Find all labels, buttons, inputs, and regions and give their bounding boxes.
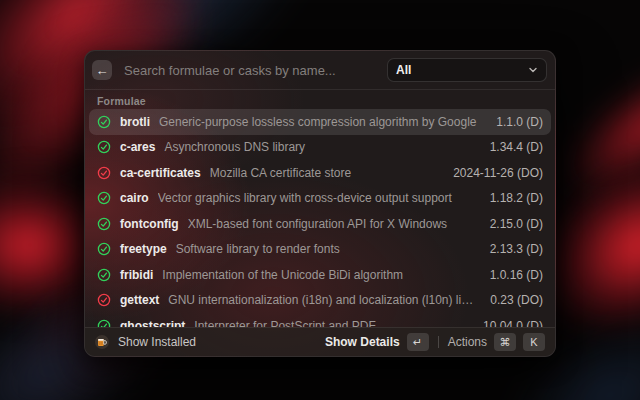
formula-description: Software library to render fonts (176, 242, 473, 256)
check-circle-icon (97, 319, 111, 327)
check-circle-icon (97, 166, 111, 180)
list-item[interactable]: fontconfigXML-based font configuration A… (89, 211, 551, 237)
filter-selected-value: All (396, 63, 528, 77)
show-details-button[interactable]: Show Details (325, 335, 400, 349)
search-bar: ← All (85, 51, 555, 90)
chevron-down-icon (528, 65, 538, 75)
formula-version: 2.15.0 (D) (490, 217, 543, 231)
formula-name: gettext (120, 293, 159, 307)
desktop: { "colors": { "green": "#31d15b", "red":… (0, 0, 640, 400)
rows-container: brotliGeneric-purpose lossless compressi… (85, 109, 555, 327)
formula-version: 1.0.16 (D) (490, 268, 543, 282)
list-item[interactable]: c-aresAsynchronous DNS library1.34.4 (D) (89, 135, 551, 161)
search-input[interactable] (122, 62, 387, 79)
check-circle-icon (97, 191, 111, 205)
formula-version: 2024-11-26 (DO) (453, 166, 543, 180)
formula-name: c-ares (120, 140, 155, 154)
list-item[interactable]: gettextGNU internationalization (i18n) a… (89, 288, 551, 314)
formula-description: Generic-purpose lossless compression alg… (159, 115, 479, 129)
list-item[interactable]: freetypeSoftware library to render fonts… (89, 237, 551, 263)
formula-name: cairo (120, 191, 149, 205)
list-item[interactable]: ghostscriptInterpreter for PostScript an… (89, 313, 551, 327)
formula-version: 0.23 (DO) (490, 293, 543, 307)
formula-name: brotli (120, 115, 150, 129)
check-circle-icon (97, 115, 111, 129)
formula-version: 1.1.0 (D) (496, 115, 543, 129)
command-key-badge: ⌘ (494, 333, 516, 351)
homebrew-beer-icon (95, 335, 109, 349)
formula-description: Asynchronous DNS library (164, 140, 472, 154)
check-circle-icon (97, 293, 111, 307)
formula-name: fontconfig (120, 217, 179, 231)
results-list: Formulae brotliGeneric-purpose lossless … (85, 89, 555, 327)
launcher-window: ← All Formulae brotliGeneric-purpose los… (84, 50, 556, 357)
return-key-badge: ↵ (407, 333, 429, 351)
k-key-badge: K (523, 333, 545, 351)
section-header: Formulae (85, 89, 555, 109)
formula-version: 1.34.4 (D) (490, 140, 543, 154)
check-circle-icon (97, 217, 111, 231)
show-installed-label[interactable]: Show Installed (118, 335, 196, 349)
formula-description: Mozilla CA certificate store (210, 166, 436, 180)
formula-description: GNU internationalization (i18n) and loca… (168, 293, 473, 307)
back-button[interactable]: ← (92, 60, 112, 80)
formula-version: 1.18.2 (D) (490, 191, 543, 205)
list-item[interactable]: cairoVector graphics library with cross-… (89, 186, 551, 212)
footer-divider (438, 336, 439, 348)
formula-description: XML-based font configuration API for X W… (188, 217, 473, 231)
list-item[interactable]: fribidiImplementation of the Unicode BiD… (89, 262, 551, 288)
actions-button[interactable]: Actions (448, 335, 487, 349)
back-arrow-icon: ← (96, 64, 109, 77)
formula-name: ca-certificates (120, 166, 201, 180)
filter-dropdown[interactable]: All (387, 58, 547, 82)
formula-name: freetype (120, 242, 167, 256)
formula-version: 2.13.3 (D) (490, 242, 543, 256)
check-circle-icon (97, 268, 111, 282)
list-item[interactable]: brotliGeneric-purpose lossless compressi… (89, 109, 551, 135)
list-item[interactable]: ca-certificatesMozilla CA certificate st… (89, 160, 551, 186)
check-circle-icon (97, 140, 111, 154)
footer-actions: Show Details ↵ Actions ⌘ K (325, 333, 545, 351)
formula-description: Vector graphics library with cross-devic… (158, 191, 473, 205)
formula-description: Implementation of the Unicode BiDi algor… (162, 268, 472, 282)
footer-bar: Show Installed Show Details ↵ Actions ⌘ … (85, 327, 555, 356)
formula-description: Interpreter for PostScript and PDF (194, 319, 466, 327)
check-circle-icon (97, 242, 111, 256)
formula-name: ghostscript (120, 319, 185, 327)
formula-version: 10.04.0 (D) (483, 319, 543, 327)
formula-name: fribidi (120, 268, 153, 282)
